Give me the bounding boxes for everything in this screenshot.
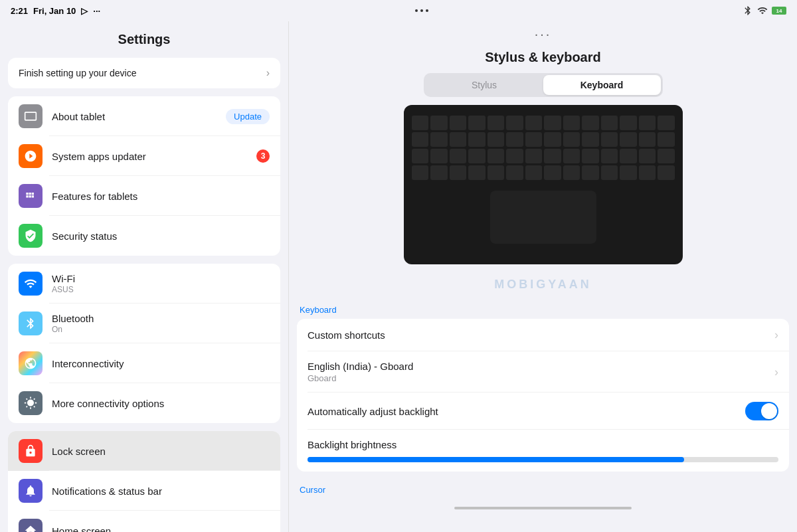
sidebar-item-security-status[interactable]: Security status [8, 216, 280, 256]
key [582, 165, 599, 180]
key [544, 116, 561, 130]
update-button[interactable]: Update [226, 109, 270, 124]
more-icon: ··· [93, 6, 100, 16]
trackpad [490, 191, 596, 244]
bluetooth-text: Bluetooth On [52, 313, 270, 334]
key [487, 116, 505, 130]
features-icon-wrapper [19, 184, 43, 208]
keyboard-keys-grid [404, 105, 683, 185]
wifi-subtitle: ASUS [52, 285, 270, 294]
sidebar-item-about-tablet[interactable]: About tablet Update [8, 96, 280, 136]
key [525, 132, 543, 147]
custom-shortcuts-chevron: › [774, 328, 778, 342]
sidebar-item-features-for-tablets[interactable]: Features for tablets [8, 176, 280, 216]
key [525, 165, 543, 180]
sidebar-item-interconnectivity[interactable]: Interconnectivity [8, 343, 280, 383]
english-gboard-subtitle: Gboard [308, 373, 774, 383]
status-left: 2:21 Fri, Jan 10 ▷ ··· [11, 6, 100, 16]
sidebar-item-more-connectivity[interactable]: More connectivity options [8, 383, 280, 423]
about-tablet-text: About tablet [52, 111, 217, 122]
system-apps-text: System apps updater [52, 151, 247, 162]
tab-keyboard[interactable]: Keyboard [543, 75, 661, 95]
key [430, 132, 448, 147]
key [468, 149, 486, 163]
key [506, 149, 523, 163]
notifications-icon-wrapper [19, 479, 43, 503]
main-layout: Settings Finish setting up your device ›… [0, 21, 797, 532]
notifications-icon [24, 484, 37, 497]
system-apps-label: System apps updater [52, 151, 247, 162]
bluetooth-status-icon [743, 5, 753, 16]
system-apps-icon-wrapper [19, 144, 43, 168]
sidebar-item-wifi[interactable]: Wi-Fi ASUS [8, 264, 280, 304]
english-gboard-chevron: › [774, 365, 778, 379]
key [412, 165, 429, 180]
wifi-icon-wrapper [19, 272, 43, 296]
english-gboard-row[interactable]: English (India) - Gboard Gboard › [297, 351, 789, 393]
wifi-label: Wi-Fi [52, 273, 270, 284]
key [487, 149, 505, 163]
bluetooth-subtitle: On [52, 325, 270, 334]
brightness-slider-fill [308, 457, 684, 462]
home-screen-text: Home screen [52, 525, 270, 533]
key [639, 132, 656, 147]
english-gboard-text: English (India) - Gboard Gboard [308, 361, 774, 383]
tablet-icon [24, 110, 37, 123]
wifi-icon [24, 277, 37, 290]
auto-adjust-backlight-toggle[interactable] [745, 402, 778, 420]
lock-screen-label: Lock screen [52, 446, 270, 457]
key [582, 132, 599, 147]
right-panel: ··· Stylus & keyboard Stylus Keyboard [289, 21, 797, 532]
scroll-indicator [454, 507, 632, 509]
battery-icon: 14 [772, 7, 786, 15]
toggle-knob [761, 403, 777, 419]
auto-adjust-backlight-row[interactable]: Automatically adjust backlight [297, 393, 789, 430]
custom-shortcuts-row[interactable]: Custom shortcuts › [297, 319, 789, 351]
key [412, 132, 429, 147]
finish-setup-banner[interactable]: Finish setting up your device › [8, 58, 280, 88]
backlight-brightness-row: Backlight brightness [297, 430, 789, 472]
key [525, 149, 543, 163]
more-connectivity-text: More connectivity options [52, 398, 270, 409]
features-text: Features for tablets [52, 191, 270, 202]
features-label: Features for tablets [52, 191, 270, 202]
sidebar: Settings Finish setting up your device ›… [0, 21, 289, 532]
interconnectivity-icon-wrapper [19, 351, 43, 375]
key [506, 165, 523, 180]
sidebar-item-system-apps-updater[interactable]: System apps updater 3 [8, 136, 280, 176]
key [468, 165, 486, 180]
tab-stylus[interactable]: Stylus [426, 75, 543, 95]
key [658, 116, 675, 130]
key [601, 132, 618, 147]
key [544, 165, 561, 180]
notifications-label: Notifications & status bar [52, 486, 270, 497]
time: 2:21 [11, 6, 28, 16]
key [639, 165, 656, 180]
sidebar-item-bluetooth[interactable]: Bluetooth On [8, 304, 280, 343]
sidebar-item-notifications-status-bar[interactable]: Notifications & status bar [8, 471, 280, 511]
top-dots-menu[interactable]: ··· [289, 21, 797, 42]
key [620, 132, 637, 147]
settings-group-3: Lock screen Notifications & status bar H… [8, 431, 280, 532]
interconnectivity-label: Interconnectivity [52, 358, 270, 369]
lock-screen-text: Lock screen [52, 446, 270, 457]
more-connectivity-icon [24, 397, 37, 410]
cast-icon: ▷ [81, 6, 88, 16]
key [487, 165, 505, 180]
brightness-slider-container[interactable] [308, 457, 778, 462]
key [544, 132, 561, 147]
settings-group-1: About tablet Update System apps updater … [8, 96, 280, 256]
key [658, 132, 675, 147]
key [450, 132, 467, 147]
custom-shortcuts-text: Custom shortcuts [308, 329, 774, 341]
sidebar-item-home-screen[interactable]: Home screen [8, 511, 280, 532]
status-bar: 2:21 Fri, Jan 10 ▷ ··· 14 [0, 0, 797, 21]
wifi-status-icon [757, 5, 768, 16]
home-screen-icon [24, 524, 37, 532]
key [468, 116, 486, 130]
key [430, 116, 448, 130]
wifi-text: Wi-Fi ASUS [52, 273, 270, 294]
about-tablet-label: About tablet [52, 111, 217, 122]
sidebar-item-lock-screen[interactable]: Lock screen [8, 431, 280, 471]
keyboard-image [404, 105, 683, 264]
